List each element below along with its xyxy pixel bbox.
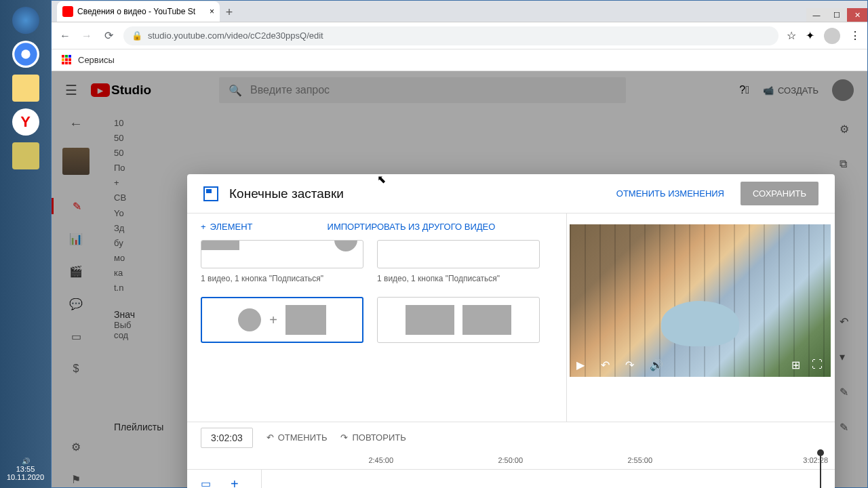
new-tab-button[interactable]: + [220,3,239,22]
endscreen-track-icon: ▭ [201,477,214,488]
template-option-4[interactable] [377,297,540,343]
time-input[interactable]: 3:02:03 [201,428,253,448]
youtube-favicon-icon [62,6,73,17]
redo-icon: ↷ [340,432,348,443]
window-minimize-button[interactable]: — [806,8,827,22]
app-taskbar-icon[interactable] [12,142,39,169]
clock-time[interactable]: 13:55 [7,465,44,473]
video-preview[interactable]: ▶ ↶ ↷ 🔊 ⊞ ⛶ [570,224,831,377]
address-bar[interactable]: 🔒 studio.youtube.com/video/cC2de30ppsQ/e… [123,26,778,45]
template-1-label: 1 видео, 1 кнопка "Подписаться" [201,274,363,283]
browser-titlebar: Сведения о видео - YouTube St × + — ☐ ✕ [52,1,867,22]
endscreen-modal: Конечные заставки ОТМЕНИТЬ ИЗМЕНЕНИЯ СОХ… [187,174,835,488]
modal-header: Конечные заставки ОТМЕНИТЬ ИЗМЕНЕНИЯ СОХ… [187,174,835,214]
preview-panel: ▶ ↶ ↷ 🔊 ⊞ ⛶ [567,214,835,422]
ruler-mark: 2:55:00 [627,456,652,464]
window-close-button[interactable]: ✕ [847,8,867,22]
redo-button[interactable]: ↷ ПОВТОРИТЬ [340,432,406,443]
playhead[interactable] [820,453,821,488]
back-button[interactable]: ← [58,29,72,43]
apps-grid-icon[interactable] [62,55,73,66]
extensions-icon[interactable]: ✦ [806,29,814,42]
volume-icon[interactable]: 🔊 [650,359,662,371]
window-maximize-button[interactable]: ☐ [827,8,847,22]
play-icon[interactable]: ▶ [576,359,589,371]
templates-panel: + ЭЛЕМЕНТ ИМПОРТИРОВАТЬ ИЗ ДРУГОГО ВИДЕО… [187,214,567,422]
windows-taskbar: Y 🔊 13:55 10.11.2020 [0,0,51,488]
ruler-mark: 2:45:00 [368,456,393,464]
tab-title: Сведения о видео - YouTube St [77,7,195,16]
undo-button[interactable]: ↶ ОТМЕНИТЬ [267,432,328,443]
import-from-video-button[interactable]: ИМПОРТИРОВАТЬ ИЗ ДРУГОГО ВИДЕО [328,222,496,232]
modal-title: Конечные заставки [229,186,344,201]
svg-point-1 [21,49,30,58]
timeline: 3:02:03 ↶ ОТМЕНИТЬ ↷ ПОВТОРИТЬ 2:45:00 2… [187,422,835,488]
template-option-1[interactable] [201,240,363,268]
youtube-studio: ☰ ▶ Studio 🔍 Введите запрос ?⃝ 📹 СОЗДАТЬ… [52,71,867,487]
undo-icon: ↶ [267,432,274,443]
lock-icon: 🔒 [132,30,142,41]
template-option-2[interactable] [377,240,540,268]
windows-start-button[interactable] [12,7,39,34]
add-track-icon[interactable]: + [231,476,239,489]
bookmarks-services-label[interactable]: Сервисы [78,55,115,65]
template-2-label: 1 видео, 1 кнопка "Подписаться" [377,274,540,283]
browser-tab[interactable]: Сведения о видео - YouTube St × [57,1,220,22]
template-plus-icon: + [269,312,277,328]
chrome-taskbar-icon[interactable] [12,41,39,68]
plus-icon: + [201,222,206,232]
timeline-ruler[interactable]: 2:45:00 2:50:00 2:55:00 3:02:28 [187,453,835,470]
reload-button[interactable]: ⟳ [102,29,115,43]
explorer-taskbar-icon[interactable] [12,75,39,102]
ruler-mark: 2:50:00 [498,456,523,464]
endscreen-track-head: ▭ + [187,470,262,488]
template-option-3[interactable]: + [201,297,363,343]
browser-toolbar: ← → ⟳ 🔒 studio.youtube.com/video/cC2de30… [52,22,867,49]
clock-date: 10.11.2020 [7,473,44,481]
profile-avatar[interactable] [824,28,840,44]
bookmarks-bar: Сервисы [52,49,867,71]
bookmark-star-icon[interactable]: ☆ [787,29,796,42]
tray-sound-icon[interactable]: 🔊 [7,458,44,465]
cancel-changes-button[interactable]: ОТМЕНИТЬ ИЗМЕНЕНИЯ [608,183,732,204]
url-text: studio.youtube.com/video/cC2de30ppsQ/edi… [148,30,323,41]
yandex-taskbar-icon[interactable]: Y [12,108,39,136]
save-button[interactable]: СОХРАНИТЬ [741,182,818,205]
preview-controls: ▶ ↶ ↷ 🔊 ⊞ ⛶ [570,352,831,377]
forward-icon[interactable]: ↷ [625,359,637,371]
endscreen-icon [203,186,218,201]
add-element-button[interactable]: + ЭЛЕМЕНТ [201,222,253,232]
grid-icon[interactable]: ⊞ [791,359,804,371]
ruler-mark: 3:02:28 [803,456,828,464]
browser-menu-icon[interactable]: ⋮ [850,29,861,42]
endscreen-track[interactable] [262,470,835,488]
rewind-icon[interactable]: ↶ [601,359,613,371]
tab-close-icon[interactable]: × [210,7,214,16]
forward-button[interactable]: → [80,29,94,43]
fullscreen-icon[interactable]: ⛶ [812,359,824,371]
system-tray: 🔊 13:55 10.11.2020 [7,458,44,488]
browser-window: Сведения о видео - YouTube St × + — ☐ ✕ … [51,0,868,488]
